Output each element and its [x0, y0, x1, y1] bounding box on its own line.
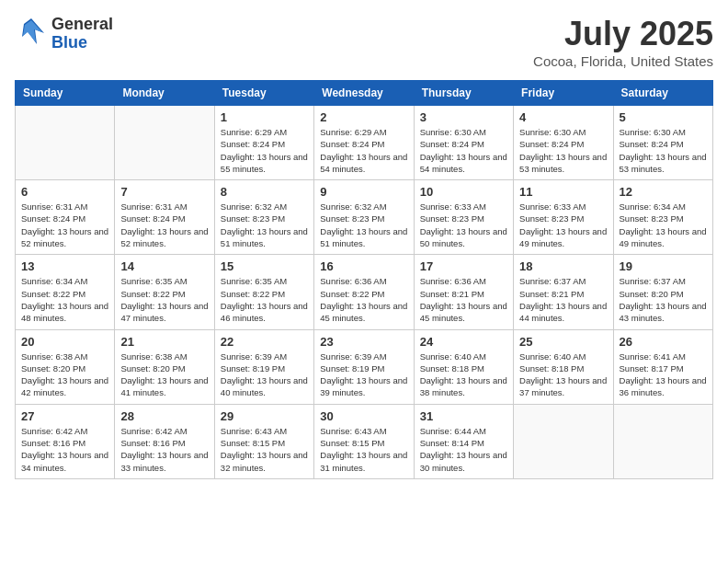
week-row-1: 1Sunrise: 6:29 AM Sunset: 8:24 PM Daylig…: [16, 106, 713, 180]
calendar-cell: 17Sunrise: 6:36 AM Sunset: 8:21 PM Dayli…: [414, 255, 513, 329]
weekday-header-tuesday: Tuesday: [214, 81, 313, 106]
day-number: 28: [120, 409, 208, 423]
day-info: Sunrise: 6:39 AM Sunset: 8:19 PM Dayligh…: [320, 350, 407, 399]
page-header: General Blue July 2025 Cocoa, Florida, U…: [15, 15, 713, 69]
day-info: Sunrise: 6:29 AM Sunset: 8:24 PM Dayligh…: [320, 126, 407, 175]
title-block: July 2025 Cocoa, Florida, United States: [533, 15, 713, 69]
calendar-cell: 26Sunrise: 6:41 AM Sunset: 8:17 PM Dayli…: [613, 329, 712, 404]
calendar-cell: 31Sunrise: 6:44 AM Sunset: 8:14 PM Dayli…: [414, 404, 513, 478]
day-number: 16: [320, 259, 407, 273]
weekday-header-sunday: Sunday: [16, 81, 115, 106]
calendar-cell: 5Sunrise: 6:30 AM Sunset: 8:24 PM Daylig…: [613, 106, 712, 180]
day-info: Sunrise: 6:33 AM Sunset: 8:23 PM Dayligh…: [420, 201, 507, 249]
calendar-cell: [16, 106, 115, 180]
calendar-cell: 1Sunrise: 6:29 AM Sunset: 8:24 PM Daylig…: [214, 106, 313, 180]
calendar-cell: [115, 106, 214, 180]
weekday-header-friday: Friday: [514, 81, 613, 106]
calendar-cell: 6Sunrise: 6:31 AM Sunset: 8:24 PM Daylig…: [16, 180, 115, 255]
weekday-header-thursday: Thursday: [414, 81, 513, 106]
day-info: Sunrise: 6:38 AM Sunset: 8:20 PM Dayligh…: [120, 350, 208, 399]
calendar-cell: 15Sunrise: 6:35 AM Sunset: 8:22 PM Dayli…: [214, 255, 313, 329]
day-number: 15: [221, 259, 308, 273]
calendar-table: SundayMondayTuesdayWednesdayThursdayFrid…: [15, 80, 713, 479]
day-info: Sunrise: 6:43 AM Sunset: 8:15 PM Dayligh…: [221, 425, 308, 474]
calendar-cell: 18Sunrise: 6:37 AM Sunset: 8:21 PM Dayli…: [514, 255, 613, 329]
day-info: Sunrise: 6:30 AM Sunset: 8:24 PM Dayligh…: [420, 126, 507, 175]
day-number: 3: [420, 110, 507, 124]
week-row-5: 27Sunrise: 6:42 AM Sunset: 8:16 PM Dayli…: [16, 404, 713, 478]
day-number: 23: [320, 335, 407, 349]
day-number: 26: [620, 335, 707, 349]
calendar-cell: 11Sunrise: 6:33 AM Sunset: 8:23 PM Dayli…: [514, 180, 613, 255]
day-info: Sunrise: 6:43 AM Sunset: 8:15 PM Dayligh…: [320, 425, 407, 474]
day-number: 12: [620, 185, 707, 199]
day-info: Sunrise: 6:29 AM Sunset: 8:24 PM Dayligh…: [221, 126, 308, 175]
day-number: 7: [120, 185, 208, 199]
calendar-cell: 21Sunrise: 6:38 AM Sunset: 8:20 PM Dayli…: [115, 329, 214, 404]
calendar-cell: [514, 404, 613, 478]
calendar-cell: 25Sunrise: 6:40 AM Sunset: 8:18 PM Dayli…: [514, 329, 613, 404]
day-info: Sunrise: 6:37 AM Sunset: 8:21 PM Dayligh…: [519, 275, 607, 324]
day-number: 21: [120, 335, 208, 349]
day-info: Sunrise: 6:35 AM Sunset: 8:22 PM Dayligh…: [221, 275, 308, 324]
calendar-cell: 30Sunrise: 6:43 AM Sunset: 8:15 PM Dayli…: [314, 404, 414, 478]
calendar-cell: 13Sunrise: 6:34 AM Sunset: 8:22 PM Dayli…: [16, 255, 115, 329]
day-info: Sunrise: 6:39 AM Sunset: 8:19 PM Dayligh…: [221, 350, 308, 399]
day-info: Sunrise: 6:42 AM Sunset: 8:16 PM Dayligh…: [21, 425, 108, 474]
calendar-cell: [613, 404, 712, 478]
day-number: 4: [519, 110, 607, 124]
calendar-cell: 22Sunrise: 6:39 AM Sunset: 8:19 PM Dayli…: [214, 329, 313, 404]
day-info: Sunrise: 6:30 AM Sunset: 8:24 PM Dayligh…: [620, 126, 707, 175]
calendar-cell: 16Sunrise: 6:36 AM Sunset: 8:22 PM Dayli…: [314, 255, 414, 329]
day-number: 27: [21, 409, 108, 423]
day-number: 18: [519, 259, 607, 273]
day-info: Sunrise: 6:31 AM Sunset: 8:24 PM Dayligh…: [21, 201, 108, 249]
day-info: Sunrise: 6:40 AM Sunset: 8:18 PM Dayligh…: [420, 350, 507, 399]
day-info: Sunrise: 6:32 AM Sunset: 8:23 PM Dayligh…: [221, 201, 308, 249]
day-number: 5: [620, 110, 707, 124]
week-row-4: 20Sunrise: 6:38 AM Sunset: 8:20 PM Dayli…: [16, 329, 713, 404]
calendar-cell: 10Sunrise: 6:33 AM Sunset: 8:23 PM Dayli…: [414, 180, 513, 255]
day-info: Sunrise: 6:30 AM Sunset: 8:24 PM Dayligh…: [519, 126, 607, 175]
weekday-header-wednesday: Wednesday: [314, 81, 414, 106]
day-number: 8: [221, 185, 308, 199]
calendar-cell: 20Sunrise: 6:38 AM Sunset: 8:20 PM Dayli…: [16, 329, 115, 404]
day-number: 17: [420, 259, 507, 273]
calendar-cell: 24Sunrise: 6:40 AM Sunset: 8:18 PM Dayli…: [414, 329, 513, 404]
day-info: Sunrise: 6:44 AM Sunset: 8:14 PM Dayligh…: [420, 425, 507, 474]
week-row-3: 13Sunrise: 6:34 AM Sunset: 8:22 PM Dayli…: [16, 255, 713, 329]
week-row-2: 6Sunrise: 6:31 AM Sunset: 8:24 PM Daylig…: [16, 180, 713, 255]
day-number: 29: [221, 409, 308, 423]
logo-general: General: [51, 15, 113, 33]
day-info: Sunrise: 6:40 AM Sunset: 8:18 PM Dayligh…: [519, 350, 607, 399]
day-number: 6: [21, 185, 108, 199]
calendar-cell: 12Sunrise: 6:34 AM Sunset: 8:23 PM Dayli…: [613, 180, 712, 255]
month-title: July 2025: [533, 15, 713, 53]
calendar-cell: 19Sunrise: 6:37 AM Sunset: 8:20 PM Dayli…: [613, 255, 712, 329]
calendar-cell: 9Sunrise: 6:32 AM Sunset: 8:23 PM Daylig…: [314, 180, 414, 255]
day-number: 19: [620, 259, 707, 273]
day-number: 25: [519, 335, 607, 349]
calendar-cell: 4Sunrise: 6:30 AM Sunset: 8:24 PM Daylig…: [514, 106, 613, 180]
day-info: Sunrise: 6:42 AM Sunset: 8:16 PM Dayligh…: [120, 425, 208, 474]
weekday-header-monday: Monday: [115, 81, 214, 106]
day-number: 30: [320, 409, 407, 423]
logo-text: General Blue: [51, 16, 113, 52]
day-info: Sunrise: 6:34 AM Sunset: 8:23 PM Dayligh…: [620, 201, 707, 249]
day-info: Sunrise: 6:36 AM Sunset: 8:21 PM Dayligh…: [420, 275, 507, 324]
day-number: 10: [420, 185, 507, 199]
logo-bird-icon: [15, 15, 48, 53]
day-number: 1: [221, 110, 308, 124]
day-info: Sunrise: 6:31 AM Sunset: 8:24 PM Dayligh…: [120, 201, 208, 249]
day-info: Sunrise: 6:35 AM Sunset: 8:22 PM Dayligh…: [120, 275, 208, 324]
calendar-cell: 27Sunrise: 6:42 AM Sunset: 8:16 PM Dayli…: [16, 404, 115, 478]
calendar-cell: 3Sunrise: 6:30 AM Sunset: 8:24 PM Daylig…: [414, 106, 513, 180]
day-number: 22: [221, 335, 308, 349]
day-number: 13: [21, 259, 108, 273]
calendar-cell: 28Sunrise: 6:42 AM Sunset: 8:16 PM Dayli…: [115, 404, 214, 478]
day-number: 31: [420, 409, 507, 423]
day-info: Sunrise: 6:34 AM Sunset: 8:22 PM Dayligh…: [21, 275, 108, 324]
logo: General Blue: [15, 15, 113, 53]
logo-blue: Blue: [51, 33, 87, 52]
calendar-cell: 23Sunrise: 6:39 AM Sunset: 8:19 PM Dayli…: [314, 329, 414, 404]
